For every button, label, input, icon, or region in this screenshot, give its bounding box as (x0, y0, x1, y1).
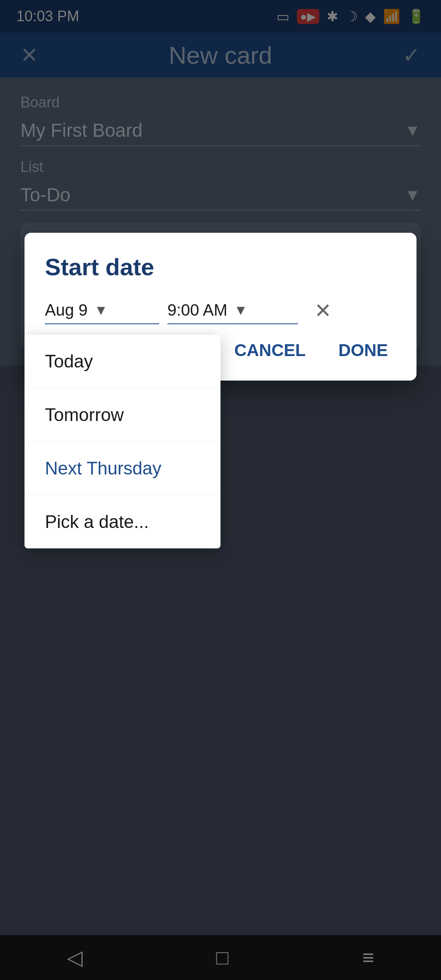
dropdown-item-today[interactable]: Today (24, 335, 220, 388)
cancel-button[interactable]: CANCEL (226, 336, 314, 364)
modal-title: Start date (45, 253, 396, 281)
date-picker[interactable]: Aug 9 ▼ (45, 297, 159, 324)
time-dropdown-arrow: ▼ (234, 302, 248, 318)
date-dropdown-list: Today Tomorrow Next Thursday Pick a date… (24, 335, 220, 548)
dropdown-item-next-thursday[interactable]: Next Thursday (24, 442, 220, 495)
time-value: 9:00 AM (167, 301, 227, 319)
time-picker[interactable]: 9:00 AM ▼ (167, 297, 298, 324)
date-dropdown-arrow: ▼ (94, 302, 108, 318)
clear-button[interactable]: ✕ (314, 299, 332, 323)
date-time-row: Aug 9 ▼ 9:00 AM ▼ ✕ (45, 297, 396, 324)
dropdown-item-pick-date[interactable]: Pick a date... (24, 495, 220, 548)
date-value: Aug 9 (45, 301, 88, 319)
dropdown-item-tomorrow[interactable]: Tomorrow (24, 388, 220, 442)
done-button[interactable]: DONE (330, 336, 396, 364)
